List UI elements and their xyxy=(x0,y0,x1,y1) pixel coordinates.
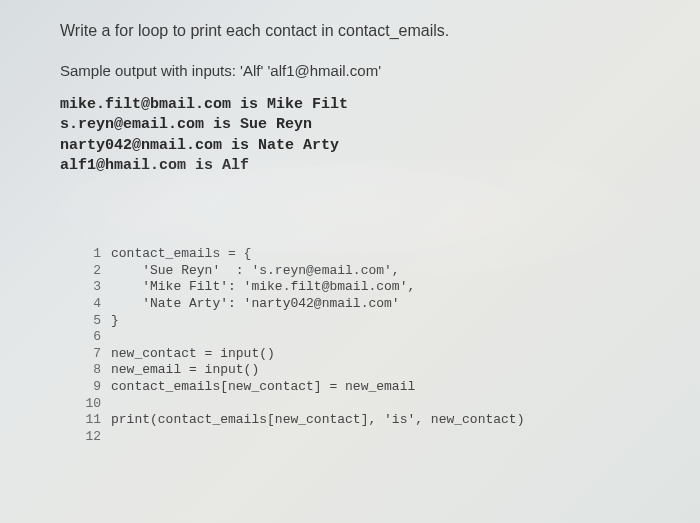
line-number: 5 xyxy=(85,313,111,330)
code-text: new_email = input() xyxy=(111,362,259,379)
code-block: 1 contact_emails = { 2 'Sue Reyn' : 's.r… xyxy=(85,246,680,446)
code-line: 7 new_contact = input() xyxy=(85,346,680,363)
sample-output-block: mike.filt@bmail.com is Mike Filt s.reyn@… xyxy=(60,95,680,176)
code-text: 'Sue Reyn' : 's.reyn@email.com', xyxy=(111,263,400,280)
code-text: 'Nate Arty': 'narty042@nmail.com' xyxy=(111,296,400,313)
output-line: mike.filt@bmail.com is Mike Filt xyxy=(60,95,680,115)
code-line: 5 } xyxy=(85,313,680,330)
code-text: contact_emails[new_contact] = new_email xyxy=(111,379,415,396)
line-number: 10 xyxy=(85,396,111,413)
code-line: 4 'Nate Arty': 'narty042@nmail.com' xyxy=(85,296,680,313)
code-text: } xyxy=(111,313,119,330)
content-area: Write a for loop to print each contact i… xyxy=(60,0,680,446)
code-line: 10 xyxy=(85,396,680,413)
output-line: s.reyn@email.com is Sue Reyn xyxy=(60,115,680,135)
sample-output-label: Sample output with inputs: 'Alf' 'alf1@h… xyxy=(60,62,680,79)
code-line: 1 contact_emails = { xyxy=(85,246,680,263)
code-text: 'Mike Filt': 'mike.filt@bmail.com', xyxy=(111,279,415,296)
line-number: 9 xyxy=(85,379,111,396)
code-line: 8 new_email = input() xyxy=(85,362,680,379)
line-number: 11 xyxy=(85,412,111,429)
code-text: print(contact_emails[new_contact], 'is',… xyxy=(111,412,524,429)
output-line: narty042@nmail.com is Nate Arty xyxy=(60,136,680,156)
code-text: contact_emails = { xyxy=(111,246,251,263)
line-number: 2 xyxy=(85,263,111,280)
code-line: 12 xyxy=(85,429,680,446)
line-number: 7 xyxy=(85,346,111,363)
line-number: 3 xyxy=(85,279,111,296)
code-text: new_contact = input() xyxy=(111,346,275,363)
code-line: 3 'Mike Filt': 'mike.filt@bmail.com', xyxy=(85,279,680,296)
code-line: 2 'Sue Reyn' : 's.reyn@email.com', xyxy=(85,263,680,280)
line-number: 12 xyxy=(85,429,111,446)
code-line: 9 contact_emails[new_contact] = new_emai… xyxy=(85,379,680,396)
document-page: Write a for loop to print each contact i… xyxy=(0,0,700,523)
question-prompt: Write a for loop to print each contact i… xyxy=(60,22,680,40)
line-number: 6 xyxy=(85,329,111,346)
code-line: 11 print(contact_emails[new_contact], 'i… xyxy=(85,412,680,429)
output-line: alf1@hmail.com is Alf xyxy=(60,156,680,176)
line-number: 8 xyxy=(85,362,111,379)
line-number: 4 xyxy=(85,296,111,313)
code-line: 6 xyxy=(85,329,680,346)
line-number: 1 xyxy=(85,246,111,263)
